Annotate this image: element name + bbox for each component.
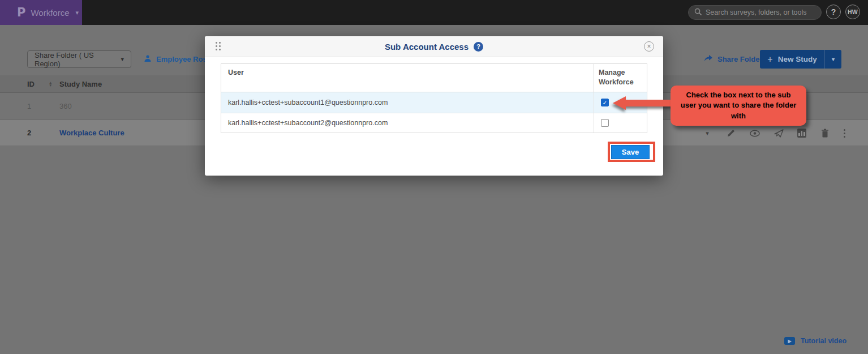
study-id: 1 [27,102,31,110]
share-arrow-icon [704,54,713,63]
sub-account-email: karl.hallis+cctest+subaccount1@questionn… [221,92,594,113]
sub-account-table-header: User Manage Workforce [221,64,647,92]
new-study-dropdown-toggle[interactable]: ▾ [824,50,841,69]
annotation-arrow [613,96,675,110]
workforce-product-switcher[interactable]: P Workforce ▾ [0,0,82,25]
chevron-down-icon: ▾ [75,9,79,16]
chevron-down-icon: ▾ [121,56,124,63]
sub-account-table: User Manage Workforce karl.hallis+cctest… [221,63,647,133]
arrow-shaft [624,100,675,106]
folder-dropdown-label: Share Folder ( US Region) [35,51,121,68]
top-navigation-bar: P Workforce ▾ ? HW [0,0,868,25]
save-button[interactable]: Save [611,145,650,159]
chevron-down-icon: ▾ [832,56,835,62]
study-id: 2 [27,129,31,137]
questionpro-logo: P [17,6,25,19]
annotation-callout: Check the box next to the sub user you w… [671,86,806,126]
new-study-button[interactable]: + New Study [760,54,824,65]
search-input[interactable] [706,8,815,16]
employee-roster-link[interactable]: Employee Roster (1 Emp [144,54,207,64]
avatar[interactable]: HW [845,5,860,19]
modal-title: Sub Account Access [385,42,469,52]
analytics-chart-icon[interactable] [797,129,806,138]
column-header-user: User [221,64,594,92]
annotation-text: Check the box next to the sub user you w… [680,90,797,121]
drag-handle-icon[interactable] [216,42,221,51]
delete-trash-icon[interactable] [820,128,830,138]
kebab-menu-icon[interactable] [844,129,845,138]
edit-pencil-icon[interactable] [726,128,736,138]
sort-icon[interactable]: ▲▼ [49,81,52,87]
employee-roster-label: Employee Roster (1 Emp [156,55,207,63]
sub-account-row: karl.hallis+cctest+subaccount2@questionn… [221,113,647,133]
new-study-button-group: + New Study ▾ [760,50,841,69]
modal-header: Sub Account Access ? × [205,36,663,57]
search-icon [694,7,702,18]
sub-account-access-modal: Sub Account Access ? × User Manage Workf… [205,36,663,176]
global-search[interactable] [688,5,822,20]
sub-account-email: karl.hallis+cctest+subaccount2@questionn… [221,113,594,133]
preview-eye-icon[interactable] [750,128,760,138]
close-icon[interactable]: × [644,41,654,52]
share-folder-link[interactable]: Share Folder [704,54,762,63]
plus-icon: + [767,54,772,65]
product-name: Workforce [31,8,69,18]
column-header-id[interactable]: ID [27,80,35,88]
manage-cell [594,113,647,133]
manage-workforce-checkbox[interactable] [601,119,609,127]
study-name-link[interactable]: Workplace Culture [59,129,124,137]
help-button[interactable]: ? [826,5,841,19]
help-icon[interactable]: ? [474,42,483,52]
column-header-manage-workforce: Manage Workforce [594,64,647,92]
person-icon [144,54,152,64]
new-study-label: New Study [778,55,817,63]
sub-account-row: karl.hallis+cctest+subaccount1@questionn… [221,92,647,113]
tutorial-video-label: Tutorial video [801,337,846,345]
play-video-icon: ▶ [784,337,795,345]
study-name-link[interactable]: 360 [59,102,72,110]
tutorial-video-link[interactable]: ▶ Tutorial video [784,337,846,345]
send-plane-icon[interactable] [774,128,784,138]
share-folder-label: Share Folder [717,55,762,63]
manage-workforce-checkbox[interactable]: ✓ [601,99,609,106]
chevron-down-icon[interactable]: ▾ [702,128,712,138]
column-header-study-name[interactable]: Study Name [59,80,102,88]
folder-dropdown[interactable]: Share Folder ( US Region) ▾ [27,50,131,68]
